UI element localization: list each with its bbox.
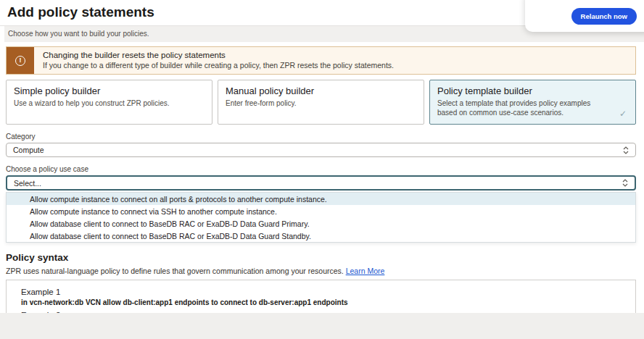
use-case-select-value: Select... [14, 179, 41, 188]
category-label: Category [6, 133, 636, 141]
category-select-value: Compute [13, 146, 44, 154]
policy-syntax-description-text: ZPR uses natural-language policy to defi… [6, 267, 344, 275]
use-case-label: Choose a policy use case [6, 165, 636, 173]
builder-cards-row: Simple policy builder Use a wizard to he… [6, 80, 636, 125]
use-case-option[interactable]: Allow database client to connect to Base… [7, 217, 635, 230]
example-label: Example 1 [21, 288, 621, 296]
card-title: Simple policy builder [14, 85, 205, 96]
relaunch-now-button[interactable]: Relaunch now [571, 8, 637, 25]
warning-strip: ! [7, 47, 34, 74]
card-policy-template-builder[interactable]: Policy template builder Select a templat… [429, 80, 636, 125]
category-select[interactable]: Compute [6, 143, 636, 157]
check-icon: ✓ [619, 109, 627, 119]
example-statement: in vcn-network:db VCN allow db-client:ap… [21, 298, 621, 306]
use-case-option[interactable]: Allow database client to connect to Base… [7, 230, 635, 242]
policy-syntax-description: ZPR uses natural-language policy to defi… [6, 267, 636, 275]
card-title: Manual policy builder [226, 85, 416, 96]
page-bottom-band [0, 313, 644, 339]
relaunch-popup: Relaunch now [525, 0, 644, 32]
card-simple-policy-builder[interactable]: Simple policy builder Use a wizard to he… [6, 80, 212, 125]
alert-icon: ! [15, 56, 25, 66]
use-case-option[interactable]: Allow compute instance to connect on all… [7, 193, 635, 205]
card-description: Use a wizard to help you construct ZPR p… [14, 99, 205, 108]
warning-body: Changing the builder resets the policy s… [34, 47, 401, 74]
warning-description: If you change to a different type of bui… [43, 61, 394, 70]
warning-banner: ! Changing the builder resets the policy… [6, 46, 636, 75]
select-stepper-icon [622, 179, 628, 187]
warning-title: Changing the builder resets the policy s… [43, 51, 394, 59]
select-stepper-icon [623, 146, 629, 154]
card-title: Policy template builder [437, 85, 628, 96]
card-manual-policy-builder[interactable]: Manual policy builder Enter free-form po… [218, 80, 424, 125]
card-description: Enter free-form policy. [226, 99, 416, 108]
policy-syntax-heading: Policy syntax [6, 252, 636, 263]
card-description: Select a template that provides policy e… [437, 99, 628, 117]
use-case-select[interactable]: Select... [6, 175, 636, 191]
policy-builder-section: ! Changing the builder resets the policy… [0, 42, 644, 339]
use-case-option-list: Allow compute instance to connect on all… [6, 192, 636, 243]
use-case-option[interactable]: Allow compute instance to connect via SS… [7, 205, 635, 217]
learn-more-link[interactable]: Learn More [346, 267, 385, 275]
